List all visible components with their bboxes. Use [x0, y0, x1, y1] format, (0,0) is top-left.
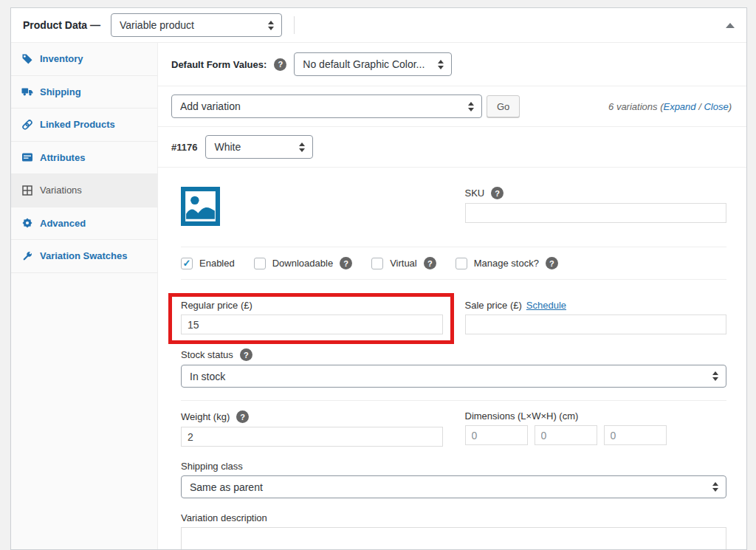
downloadable-checkbox[interactable] — [254, 258, 266, 269]
variation-image-column — [181, 187, 443, 228]
schedule-link[interactable]: Schedule — [526, 300, 566, 311]
select-arrows-icon — [468, 102, 475, 111]
downloadable-label: Downloadable — [272, 258, 333, 269]
price-row: Regular price (£) Sale price (£) Schedul… — [181, 300, 726, 334]
collapse-toggle-icon[interactable] — [726, 23, 735, 28]
product-type-value: Variable product — [120, 19, 261, 31]
select-arrows-icon — [299, 142, 306, 152]
sale-price-label-row: Sale price (£) Schedule — [465, 300, 727, 311]
weight-label: Weight (kg) — [181, 411, 230, 422]
tab-linked-products[interactable]: Linked Products — [11, 109, 157, 142]
tab-inventory[interactable]: Inventory — [11, 43, 157, 76]
help-icon[interactable] — [491, 187, 504, 199]
sale-price-label: Sale price (£) — [465, 300, 522, 311]
dimensions-inputs — [465, 425, 727, 445]
shipping-class-select[interactable]: Same as parent — [181, 475, 726, 498]
gear-icon — [21, 217, 33, 229]
bulk-action-value: Add variation — [180, 100, 461, 112]
downloadable-checkbox-group[interactable]: Downloadable — [254, 257, 352, 269]
variations-panel: Default Form Values: No default Graphic … — [158, 43, 746, 549]
enabled-checkbox-group[interactable]: Enabled — [181, 258, 235, 269]
default-form-values-label: Default Form Values: — [171, 59, 267, 70]
close-link[interactable]: Close — [704, 101, 728, 112]
stock-status-select[interactable]: In stock — [181, 365, 726, 388]
default-color-select[interactable]: No default Graphic Color... — [294, 52, 452, 76]
sale-price-input[interactable] — [465, 314, 727, 334]
wrench-icon — [21, 250, 33, 262]
page-background: Product Data — Variable product Inventor… — [0, 0, 756, 550]
section-divider — [181, 400, 726, 401]
weight-field-group: Weight (kg) — [181, 410, 443, 447]
weight-label-row: Weight (kg) — [181, 410, 443, 423]
description-label-row: Variation description — [181, 512, 726, 523]
help-icon[interactable] — [424, 257, 436, 269]
tab-variations[interactable]: Variations — [11, 174, 157, 207]
regular-price-label-row: Regular price (£) — [181, 300, 443, 311]
enabled-checkbox[interactable] — [181, 258, 193, 269]
tab-label: Inventory — [40, 53, 83, 64]
tab-variation-swatches[interactable]: Variation Swatches — [11, 240, 157, 273]
regular-price-label: Regular price (£) — [181, 300, 252, 311]
image-sku-row: SKU — [181, 187, 726, 247]
variation-id: #1176 — [171, 142, 197, 153]
product-data-tabs: Inventory Shipping Linked Products Attri… — [11, 43, 158, 549]
help-icon[interactable] — [546, 257, 558, 269]
manage-stock-checkbox-group[interactable]: Manage stock? — [456, 257, 558, 269]
tab-attributes[interactable]: Attributes — [11, 142, 157, 175]
default-color-value: No default Graphic Color... — [303, 58, 430, 70]
link-icon — [21, 119, 33, 131]
virtual-label: Virtual — [390, 258, 417, 269]
description-label: Variation description — [181, 512, 267, 523]
select-arrows-icon — [268, 21, 275, 30]
tab-label: Shipping — [40, 86, 81, 97]
panel-header: Product Data — Variable product — [11, 8, 746, 43]
manage-stock-checkbox[interactable] — [456, 258, 467, 269]
weight-input[interactable] — [181, 427, 443, 447]
length-input[interactable] — [465, 425, 528, 445]
sku-label: SKU — [465, 188, 485, 199]
shipping-class-label-row: Shipping class — [181, 461, 726, 472]
select-arrows-icon — [712, 482, 719, 492]
list-icon — [21, 151, 33, 163]
stock-status-value: In stock — [190, 371, 705, 382]
select-arrows-icon — [712, 371, 719, 381]
bulk-action-select[interactable]: Add variation — [171, 94, 482, 118]
truck-icon — [21, 86, 33, 97]
width-input[interactable] — [535, 425, 597, 445]
sku-field-group: SKU — [465, 187, 727, 228]
height-input[interactable] — [604, 425, 667, 445]
tab-advanced[interactable]: Advanced — [11, 207, 157, 241]
go-button[interactable]: Go — [487, 95, 520, 117]
tab-label: Attributes — [40, 152, 85, 163]
variation-description-textarea[interactable] — [181, 527, 726, 550]
shipping-class-value: Same as parent — [190, 481, 705, 493]
tab-label: Variation Swatches — [40, 250, 128, 261]
tab-label: Variations — [40, 185, 82, 196]
regular-price-input[interactable] — [181, 314, 443, 334]
enabled-label: Enabled — [199, 258, 235, 269]
help-icon[interactable] — [236, 410, 249, 423]
virtual-checkbox[interactable] — [371, 258, 383, 269]
help-icon[interactable] — [340, 257, 352, 269]
variations-summary: 6 variations (Expand / Close) — [608, 101, 733, 112]
help-icon[interactable] — [240, 348, 252, 361]
sku-label-row: SKU — [465, 187, 727, 199]
grid-icon — [21, 185, 33, 196]
summary-separator: / — [696, 101, 704, 112]
virtual-checkbox-group[interactable]: Virtual — [371, 257, 436, 269]
tag-icon — [21, 53, 33, 65]
shipping-class-label: Shipping class — [181, 461, 243, 472]
variation-image-placeholder-icon[interactable] — [181, 187, 220, 226]
panel-body: Inventory Shipping Linked Products Attri… — [11, 43, 746, 549]
sale-price-field-group: Sale price (£) Schedule — [465, 300, 727, 334]
variation-attribute-value: White — [214, 141, 292, 153]
product-type-select[interactable]: Variable product — [111, 13, 282, 37]
stock-status-label: Stock status — [181, 349, 233, 360]
variation-attribute-select[interactable]: White — [205, 135, 313, 159]
sku-input[interactable] — [465, 203, 727, 223]
checkbox-row: Enabled Downloadable Virtual — [181, 247, 726, 280]
expand-link[interactable]: Expand — [663, 101, 695, 112]
help-icon[interactable] — [274, 58, 286, 71]
tab-label: Advanced — [40, 218, 86, 229]
tab-shipping[interactable]: Shipping — [11, 76, 157, 109]
